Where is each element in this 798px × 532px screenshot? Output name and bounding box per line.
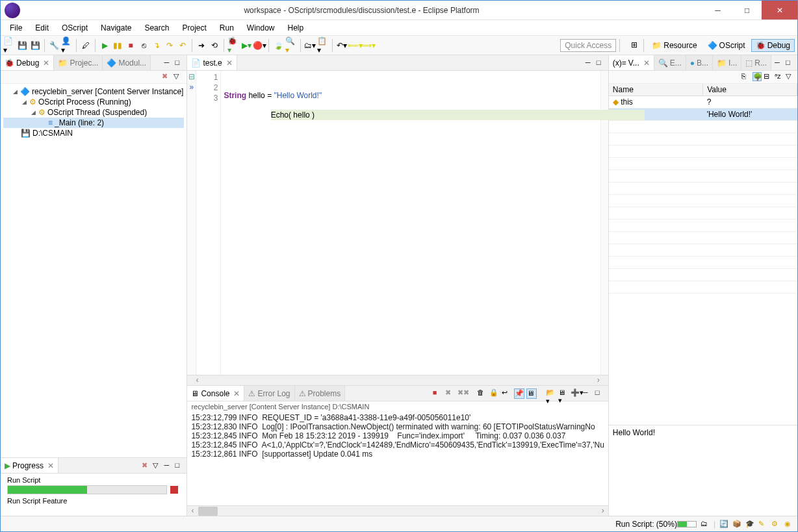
pin-console-icon[interactable]: 📌 [514,388,524,399]
sort-icon[interactable]: ᵃz [775,72,784,81]
drop-frame-icon[interactable]: ⟲ [209,40,220,51]
menu-oscript[interactable]: OScript [57,22,93,34]
menu-window[interactable]: Window [242,22,280,34]
person-icon[interactable]: 👤▾ [61,40,73,51]
tab-debug[interactable]: 🐞Debug✕ [1,55,54,70]
disconnect-icon[interactable]: ⎋ [138,40,149,51]
terminate-icon[interactable]: ■ [125,40,136,51]
search-icon[interactable]: 🔍▾ [285,40,297,51]
table-row[interactable]: ◆ this ? [609,96,797,108]
maximize-icon[interactable]: □ [175,58,184,68]
variable-detail-pane[interactable]: Hello World! [609,425,797,516]
tab-progress[interactable]: ▶Progress✕ [1,458,58,473]
tab-problems[interactable]: ⚠Problems [295,386,346,401]
maximize-icon[interactable]: □ [597,58,606,68]
col-value[interactable]: Value [703,84,797,96]
scroll-lock-icon[interactable]: 🔒 [489,388,500,399]
folding-icon[interactable]: ⊟ [187,72,196,82]
forward-icon[interactable]: ⟹▾ [362,40,374,51]
status-overview-icon[interactable]: 🗂 [701,520,710,529]
tree-stack-frame[interactable]: ≡_Main (line: 2) [3,118,184,128]
build-icon[interactable]: 🔧 [48,40,60,51]
open-perspective-icon[interactable]: ⊞ [628,39,640,51]
perspective-oscript[interactable]: 🔷OScript [703,39,750,52]
minimize-icon[interactable]: ─ [164,58,173,68]
maximize-icon[interactable]: □ [786,58,795,68]
terminate-icon[interactable]: ■ [433,388,443,399]
show-logical-icon[interactable]: 🌳 [753,72,762,81]
tab-modules[interactable]: 🔷Modul... [103,55,151,70]
new-console-icon[interactable]: ➕▾ [571,388,581,399]
prev-edit-icon[interactable]: ↶▾ [336,40,348,51]
save-all-icon[interactable]: 💾 [29,40,41,51]
tab-console[interactable]: 🖥Console✕ [187,386,244,401]
close-tab-icon[interactable]: ✕ [233,389,240,398]
editor-horizontal-scrollbar[interactable]: ‹ › [187,375,608,385]
close-tab-icon[interactable]: ✕ [226,58,233,68]
menu-edit[interactable]: Edit [30,22,54,34]
tree-launch-config[interactable]: ◢🔷recyclebin_server [Content Server Inst… [3,86,184,97]
tab-registers[interactable]: ⬚R... [741,55,771,70]
code-area[interactable]: String hello = "Hello World!" Echo( hell… [221,71,600,375]
tab-project-explorer[interactable]: 📁Projec... [54,55,103,70]
perspective-debug[interactable]: 🐞Debug [751,39,795,52]
maximize-icon[interactable]: □ [175,461,184,470]
tree-target[interactable]: 💾D:\CSMAIN [3,128,184,138]
collapse-all-icon[interactable]: ⊟ [764,72,773,81]
step-over-icon[interactable]: ↷ [164,40,175,51]
menu-search[interactable]: Search [139,22,174,34]
status-tip-icon[interactable]: 🎓 [745,520,754,529]
back-icon[interactable]: ⟸▾ [349,40,361,51]
display-console-icon[interactable]: 🖥▾ [558,388,569,399]
minimize-icon[interactable]: ─ [586,58,595,68]
tab-expressions[interactable]: 🔍E... [654,55,686,70]
scrollbar-thumb[interactable] [198,507,218,516]
view-menu-icon[interactable]: ▽ [174,72,183,81]
variables-table[interactable]: Name Value ◆ this ? ◆ hello 'Hello World… [609,84,797,425]
open-type-icon[interactable]: 🗂▾ [304,40,316,51]
minimize-icon[interactable]: ─ [775,58,784,68]
open-console-icon[interactable]: 📂▾ [546,388,556,399]
perspective-resource[interactable]: 📁Resource [647,39,701,52]
quick-access[interactable]: Quick Access [560,39,616,52]
word-wrap-icon[interactable]: ↩ [502,388,512,399]
debug-icon[interactable]: 🐞▾ [227,40,239,51]
view-menu-icon[interactable]: ▽ [153,461,162,470]
minimize-icon[interactable]: ─ [583,388,593,399]
menu-navigate[interactable]: Navigate [96,22,136,34]
save-icon[interactable]: 💾 [16,40,28,51]
menu-help[interactable]: Help [283,22,309,34]
collapse-icon[interactable]: ◢ [30,109,36,116]
resume-icon[interactable]: ▶ [99,40,110,51]
status-gear-icon[interactable]: ⚙ [771,520,780,529]
status-progress-bar[interactable] [677,521,697,527]
menu-run[interactable]: Run [214,22,239,34]
tab-variables[interactable]: (x)=V...✕ [609,55,654,70]
remove-icon[interactable]: ✖ [162,72,171,81]
debug-tree[interactable]: ◢🔷recyclebin_server [Content Server Inst… [1,84,187,457]
status-edit-icon[interactable]: ✎ [758,520,767,529]
status-updates-icon[interactable]: 📦 [732,520,741,529]
console-output[interactable]: 15:23:12,799 INFO REQUEST_ID = 'a3688a41… [187,412,608,505]
tab-error-log[interactable]: ⚠Error Log [244,386,294,401]
close-tab-icon[interactable]: ✕ [43,58,49,68]
show-console-icon[interactable]: 🖥 [526,388,537,399]
col-name[interactable]: Name [609,84,703,96]
profile-icon[interactable]: 🍃 [272,40,284,51]
run-icon[interactable]: ▶▾ [240,40,252,51]
collapse-icon[interactable]: ◢ [21,99,27,105]
open-task-icon[interactable]: 📋▾ [317,40,329,51]
menu-file[interactable]: File [5,22,27,34]
collapse-icon[interactable]: ◢ [12,88,18,95]
show-type-icon[interactable]: ⎘ [741,72,751,81]
suspend-icon[interactable]: ▮▮ [112,40,123,51]
editor-body[interactable]: ⊟ » 1 2 3 String hello = "Hello World!" … [187,71,608,375]
close-button[interactable]: ✕ [762,1,797,19]
remove-all-icon[interactable]: ✖✖ [457,388,468,399]
editor-tab[interactable]: 📄test.e✕ [187,55,237,70]
step-return-icon[interactable]: ↶ [177,40,188,51]
clear-icon[interactable]: 🗑 [477,388,487,399]
minimize-button[interactable]: ─ [703,1,732,19]
stop-icon[interactable] [170,486,178,494]
view-menu-icon[interactable]: ▽ [786,72,795,81]
